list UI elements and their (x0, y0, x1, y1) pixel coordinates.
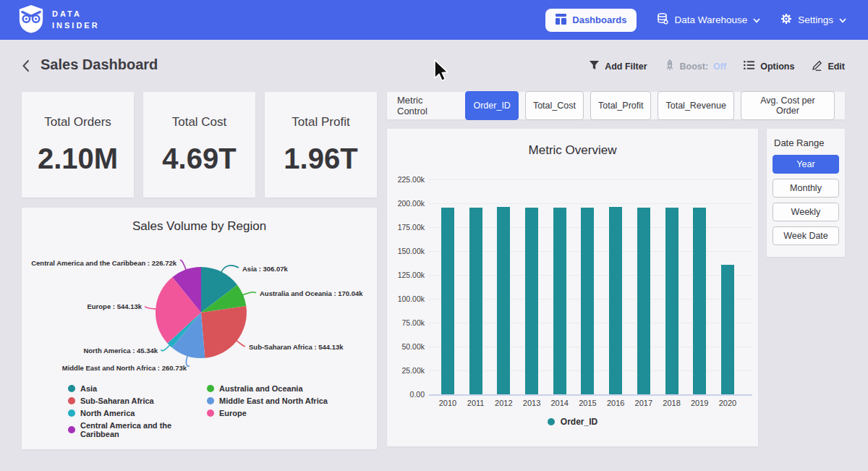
legend-label: Central America and the Caribbean (80, 421, 207, 438)
pie-callout-line (161, 344, 171, 351)
bar[interactable] (609, 207, 622, 394)
add-filter-button[interactable]: Add Filter (589, 60, 647, 72)
pie-slice[interactable] (201, 306, 247, 358)
legend-item[interactable]: North America (68, 409, 207, 417)
bar[interactable] (665, 208, 678, 394)
kpi-row: Total Orders2.10MTotal Cost4.69TTotal Pr… (22, 92, 377, 198)
dashboards-button[interactable]: Dashboards (545, 9, 637, 32)
brand-line1: DATA (52, 9, 100, 20)
pie-callout-label: Sub-Saharan Africa : 544.13k (249, 343, 344, 351)
brand-line2: INSIDER (52, 20, 100, 32)
metric-overview-card: Metric Overview 0.0025.00k50.00k75.00k10… (387, 129, 758, 446)
kpi-label: Total Orders (44, 115, 111, 130)
metric-control-option[interactable]: Total_Revenue (658, 91, 733, 120)
add-filter-label: Add Filter (605, 61, 647, 72)
bar[interactable] (441, 208, 454, 394)
legend-item[interactable]: Sub-Saharan Africa (68, 396, 207, 405)
legend-item[interactable]: Europe (207, 409, 346, 417)
metric-control-option[interactable]: Order_ID (465, 91, 518, 120)
date-range-option[interactable]: Weekly (773, 203, 839, 221)
kpi-value: 4.69T (162, 143, 236, 175)
back-chevron-icon (22, 64, 30, 75)
owl-logo-icon (17, 4, 45, 36)
bar[interactable] (553, 208, 566, 394)
y-tick-label: 125.00k (388, 271, 425, 279)
x-tick-label: 2019 (685, 399, 714, 407)
kpi-label: Total Profit (292, 115, 349, 130)
x-tick-label: 2015 (573, 399, 602, 407)
date-range-option[interactable]: Monthly (773, 179, 839, 198)
pie-callout-line (180, 260, 187, 271)
y-tick-label: 25.00k (388, 366, 425, 375)
pencil-icon (812, 59, 822, 73)
metric-control-option[interactable]: Total_Profit (590, 91, 652, 120)
bar-chart-legend[interactable]: Order_ID (387, 417, 758, 427)
settings-menu[interactable]: Settings (780, 13, 846, 27)
bar[interactable] (693, 208, 706, 394)
legend-label: Sub-Saharan Africa (80, 396, 154, 405)
bar[interactable] (497, 207, 510, 394)
kpi-label: Total Cost (172, 115, 227, 130)
legend-dot (68, 426, 75, 433)
pie-callout-label: Australia and Oceania : 170.04k (260, 289, 363, 297)
list-options-icon (744, 60, 755, 72)
kpi-value: 1.96T (284, 143, 357, 175)
back-button[interactable] (20, 58, 31, 76)
legend-label: Middle East and North Africa (219, 396, 328, 405)
metric-control-option[interactable]: Avg. Cost per Order (741, 91, 835, 120)
bar[interactable] (525, 208, 538, 394)
y-tick-label: 0.00 (388, 390, 425, 399)
pie-callout-label: North America : 45.34k (83, 347, 158, 355)
date-range-option[interactable]: Year (773, 155, 839, 174)
bar[interactable] (469, 208, 482, 394)
metric-control-bar: Metric Control Order_IDTotal_CostTotal_P… (387, 92, 845, 119)
database-icon (657, 13, 668, 27)
bar[interactable] (637, 208, 650, 394)
y-tick-label: 75.00k (388, 318, 425, 327)
pie-callout-label: Middle East and North Africa : 260.73k (62, 364, 187, 372)
date-range-panel: Date Range YearMonthlyWeeklyWeek Date (767, 129, 845, 257)
mouse-cursor (433, 59, 450, 85)
dashboard-grid-icon (556, 14, 566, 27)
kpi-card: Total Cost4.69T (143, 92, 255, 198)
legend-item[interactable]: Middle East and North Africa (207, 396, 346, 405)
y-tick-label: 100.00k (388, 294, 425, 303)
legend-label: Asia (80, 384, 97, 393)
boost-label: Boost: (680, 61, 709, 72)
legend-item[interactable]: Central America and the Caribbean (68, 421, 207, 438)
bar[interactable] (721, 265, 734, 394)
y-tick-label: 50.00k (388, 342, 425, 351)
dashboards-label: Dashboards (572, 14, 626, 25)
options-button[interactable]: Options (744, 60, 794, 72)
data-warehouse-label: Data Warehouse (674, 14, 747, 25)
legend-dot (207, 410, 214, 417)
data-warehouse-menu[interactable]: Data Warehouse (657, 13, 760, 27)
x-tick-label: 2013 (517, 399, 546, 407)
sales-volume-card: Sales Volume by Region Asia : 306.07kAus… (22, 208, 377, 449)
boost-state: Off (713, 61, 726, 72)
header-actions: Add Filter Boost: Off Options E (589, 59, 845, 73)
gridline (429, 179, 752, 180)
x-tick-label: 2018 (658, 399, 686, 407)
x-tick-label: 2017 (629, 399, 658, 407)
x-tick-label: 2010 (433, 399, 462, 407)
legend-item[interactable]: Australia and Oceania (207, 384, 346, 393)
date-range-option[interactable]: Week Date (773, 226, 839, 245)
pie-legend: AsiaAustralia and OceaniaSub-Saharan Afr… (68, 384, 346, 438)
brand-text: DATA INSIDER (52, 9, 100, 32)
date-range-options: YearMonthlyWeeklyWeek Date (773, 155, 839, 245)
pie-callout-line (221, 266, 239, 273)
options-label: Options (760, 61, 794, 72)
pie-callout-label: Asia : 306.07k (242, 265, 289, 273)
y-tick-label: 200.00k (388, 199, 425, 208)
legend-label: Australia and Oceania (219, 384, 303, 393)
edit-button[interactable]: Edit (812, 59, 845, 73)
boost-toggle[interactable]: Boost: Off (665, 59, 727, 73)
brand-logo[interactable]: DATA INSIDER (17, 4, 100, 36)
bar[interactable] (581, 208, 594, 394)
legend-item[interactable]: Asia (68, 384, 207, 393)
legend-dot (68, 410, 75, 417)
metric-control-option[interactable]: Total_Cost (525, 91, 584, 120)
x-tick-label: 2012 (489, 399, 518, 407)
pie-callout-label: Central America and the Caribbean : 226.… (31, 259, 177, 267)
